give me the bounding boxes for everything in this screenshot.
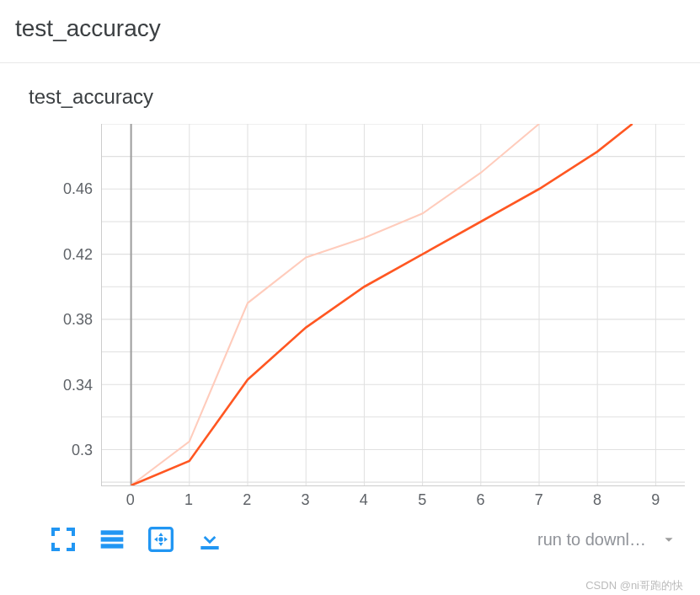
section-title: test_accuracy: [0, 0, 700, 63]
x-tick-label: 2: [243, 491, 251, 509]
x-tick-label: 4: [360, 491, 368, 509]
svg-rect-23: [101, 530, 124, 534]
y-axis: 0.30.340.380.420.46: [25, 124, 101, 486]
y-tick-label: 0.46: [63, 180, 93, 198]
run-download-select-label: run to downl…: [537, 530, 646, 549]
download-icon[interactable]: [195, 525, 224, 554]
chart-card: test_accuracy 0.30.340.380.420.46 012345…: [0, 63, 700, 562]
fit-domain-icon[interactable]: [147, 525, 175, 554]
run-download-select[interactable]: run to downl…: [537, 530, 678, 549]
svg-rect-28: [200, 546, 218, 549]
y-tick-label: 0.38: [63, 311, 93, 329]
chart-title: test_accuracy: [29, 85, 685, 109]
x-tick-label: 0: [126, 491, 135, 509]
x-tick-label: 7: [535, 491, 543, 509]
x-tick-label: 6: [476, 491, 484, 509]
chart-area: 0.30.340.380.420.46: [25, 124, 685, 486]
x-tick-label: 8: [593, 491, 601, 509]
plot-region[interactable]: [101, 124, 685, 486]
svg-point-27: [158, 537, 163, 541]
x-axis: 0123456789: [101, 486, 685, 517]
svg-rect-24: [101, 537, 124, 541]
x-tick-label: 5: [418, 491, 426, 509]
y-tick-label: 0.42: [63, 245, 93, 263]
svg-rect-25: [101, 544, 124, 548]
y-tick-label: 0.34: [63, 376, 93, 394]
chart-toolbar: run to downl…: [25, 525, 685, 554]
x-tick-label: 1: [184, 491, 193, 509]
plot-svg: [102, 124, 685, 485]
list-icon[interactable]: [98, 525, 126, 554]
chevron-down-icon: [660, 530, 678, 549]
fullscreen-icon[interactable]: [49, 525, 77, 554]
x-tick-label: 3: [302, 491, 310, 509]
y-tick-label: 0.3: [72, 442, 93, 459]
x-tick-label: 9: [651, 491, 660, 509]
